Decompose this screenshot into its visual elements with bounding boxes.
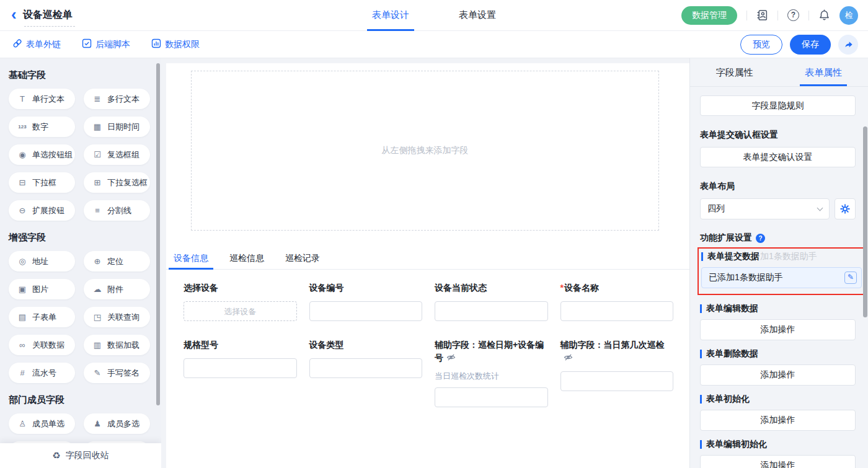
field-input-规格型号[interactable]: [184, 358, 297, 378]
field-input-辅助字段：巡检日期+设备编号[interactable]: [435, 387, 548, 407]
sidebar-item-数据加载[interactable]: ▥数据加载: [84, 335, 150, 355]
sidebar-item-复选框组[interactable]: ☑复选框组: [84, 144, 150, 165]
form-layout-select[interactable]: 四列: [700, 198, 830, 219]
multi-line-text-icon: ≣: [92, 94, 103, 104]
field-input-设备编号[interactable]: [309, 301, 423, 321]
sidebar-item-关联数据[interactable]: ∞关联数据: [9, 335, 75, 355]
form-dropzone[interactable]: 从左侧拖拽来添加字段: [191, 71, 659, 231]
sidebar-item-下拉复选框[interactable]: ⊞下拉复选框: [84, 172, 150, 193]
field-input-选择设备[interactable]: [184, 301, 297, 321]
tab-field-properties[interactable]: 字段属性: [690, 58, 779, 86]
sidebar-item-label: 多行文本: [107, 94, 140, 105]
help-icon[interactable]: ?: [787, 9, 799, 21]
member-multi-icon: ♟: [92, 419, 103, 428]
sidebar-item-地址[interactable]: ◎地址: [9, 251, 75, 272]
section-accent-bar: [700, 304, 702, 313]
submit-confirm-button[interactable]: 表单提交确认设置: [700, 147, 856, 167]
edit-icon[interactable]: ✎: [844, 272, 857, 284]
sidebar-item-定位[interactable]: ⊕定位: [84, 251, 150, 272]
data-manage-button[interactable]: 数据管理: [681, 6, 737, 25]
sidebar-item-label: 数字: [32, 121, 48, 133]
panel-scrollbar[interactable]: [863, 126, 867, 317]
canvas-tab-设备信息[interactable]: 设备信息: [172, 249, 210, 270]
sidebar-item-流水号[interactable]: #流水号: [9, 363, 75, 383]
sidebar-item-扩展按钮[interactable]: ⊖扩展按钮: [9, 200, 75, 221]
user-avatar[interactable]: 检: [839, 6, 858, 25]
sidebar-item-多行文本[interactable]: ≣多行文本: [84, 89, 150, 109]
section-accent-bar: [700, 350, 702, 358]
required-asterisk: *: [560, 283, 564, 293]
member-single-icon: ♙: [17, 419, 28, 428]
sidebar-item-label: 分割线: [107, 205, 131, 216]
share-arrow-icon: [843, 39, 854, 50]
form-field-选择设备: 选择设备: [184, 281, 297, 321]
highlight-box: 表单提交数据加1条数据助手已添加1条数据助手✎: [698, 247, 867, 295]
signature-icon: ✎: [92, 368, 103, 377]
toolbar-link-后端脚本[interactable]: 后端脚本: [82, 38, 130, 50]
field-input-辅助字段：当日第几次巡检[interactable]: [560, 371, 674, 391]
field-visibility-rules-button[interactable]: 字段显隐规则: [700, 95, 856, 116]
sidebar-item-单选按钮组[interactable]: ◉单选按钮组: [9, 144, 75, 165]
sidebar-scrollbar[interactable]: [156, 63, 160, 405]
eye-off-icon[interactable]: [446, 353, 456, 362]
sidebar-section-title: 增强字段: [9, 232, 150, 244]
field-label: 设备当前状态: [435, 281, 548, 294]
sidebar-section-title: 部门成员字段: [9, 394, 150, 406]
add-operation-button-表单删除数据[interactable]: 添加操作: [700, 364, 856, 386]
add-operation-button-表单编辑初始化[interactable]: 添加操作: [700, 455, 856, 468]
field-input-设备当前状态[interactable]: [435, 301, 548, 321]
preview-button[interactable]: 预览: [740, 35, 782, 55]
tab-form-properties[interactable]: 表单属性: [779, 58, 868, 86]
linked-data-icon: ∞: [17, 340, 28, 350]
toolbar-link-数据权限[interactable]: 数据权限: [151, 38, 200, 50]
sidebar-item-子表单[interactable]: ▤子表单: [9, 307, 75, 327]
section-accent-bar: [700, 395, 702, 404]
canvas-tab-巡检记录[interactable]: 巡检记录: [284, 249, 321, 270]
save-button[interactable]: 保存: [790, 35, 831, 55]
sidebar-item-关联查询[interactable]: ◳关联查询: [84, 307, 150, 327]
form-field-设备名称: *设备名称: [560, 281, 674, 321]
sidebar-item-label: 成员多选: [107, 418, 140, 430]
sidebar-item-附件[interactable]: ☁附件: [84, 279, 150, 299]
share-button[interactable]: [838, 35, 858, 55]
help-circle-icon[interactable]: ?: [756, 234, 765, 243]
tab-form-design[interactable]: 表单设计: [367, 0, 414, 31]
toolbar-link-表单外链[interactable]: 表单外链: [12, 38, 61, 50]
notification-bell-icon[interactable]: [818, 9, 830, 21]
toolbar-link-label: 表单外链: [26, 39, 61, 50]
sidebar-item-label: 单行文本: [32, 94, 64, 105]
sidebar-item-手写签名[interactable]: ✎手写签名: [84, 363, 150, 383]
sidebar-item-数字[interactable]: 123数字: [9, 117, 75, 137]
field-input-设备名称[interactable]: [560, 301, 674, 321]
sidebar-section-grid: ◎地址⊕定位▣图片☁附件▤子表单◳关联查询∞关联数据▥数据加载#流水号✎手写签名: [9, 251, 150, 383]
add-operation-button-表单编辑数据[interactable]: 添加操作: [700, 319, 856, 340]
sidebar-item-成员多选[interactable]: ♟成员多选: [84, 413, 150, 434]
sidebar-item-label: 数据加载: [107, 340, 140, 351]
recycle-label: 字段回收站: [66, 450, 109, 461]
data-assistant-value[interactable]: 已添加1条数据助手✎: [701, 267, 862, 288]
canvas-tab-巡检信息[interactable]: 巡检信息: [228, 249, 265, 270]
field-label: *设备名称: [560, 281, 674, 294]
field-recycle-bin[interactable]: ♻ 字段回收站: [0, 443, 161, 468]
tab-form-settings[interactable]: 表单设置: [454, 0, 501, 31]
form-field-设备编号: 设备编号: [309, 281, 423, 321]
layout-gear-button[interactable]: [835, 198, 856, 219]
add-operation-button-表单初始化[interactable]: 添加操作: [700, 410, 856, 431]
sidebar-item-单行文本[interactable]: T单行文本: [9, 89, 75, 109]
panel-section-title: 表单删除数据: [700, 348, 856, 360]
sidebar-item-成员单选[interactable]: ♙成员单选: [9, 413, 75, 434]
sidebar-item-日期时间[interactable]: ▦日期时间: [84, 117, 150, 137]
field-input-设备类型[interactable]: [309, 358, 423, 378]
panel-tabs: 字段属性 表单属性: [690, 58, 868, 87]
form-field-辅助字段：巡检日期+设备编号: 辅助字段：巡检日期+设备编号当日巡检次数统计: [435, 338, 548, 407]
header-actions: 数据管理 ? 检: [681, 6, 868, 25]
sidebar-item-下拉框[interactable]: ⊟下拉框: [9, 172, 75, 193]
form-field-规格型号: 规格型号: [184, 338, 297, 378]
divider: [808, 11, 809, 20]
sidebar-item-分割线[interactable]: ≡分割线: [84, 200, 150, 221]
eye-off-icon[interactable]: [564, 353, 573, 362]
form-field-设备类型: 设备类型: [309, 338, 423, 378]
sidebar-item-图片[interactable]: ▣图片: [9, 279, 75, 299]
back-button[interactable]: ‹: [11, 6, 17, 22]
contacts-icon[interactable]: [756, 9, 768, 21]
